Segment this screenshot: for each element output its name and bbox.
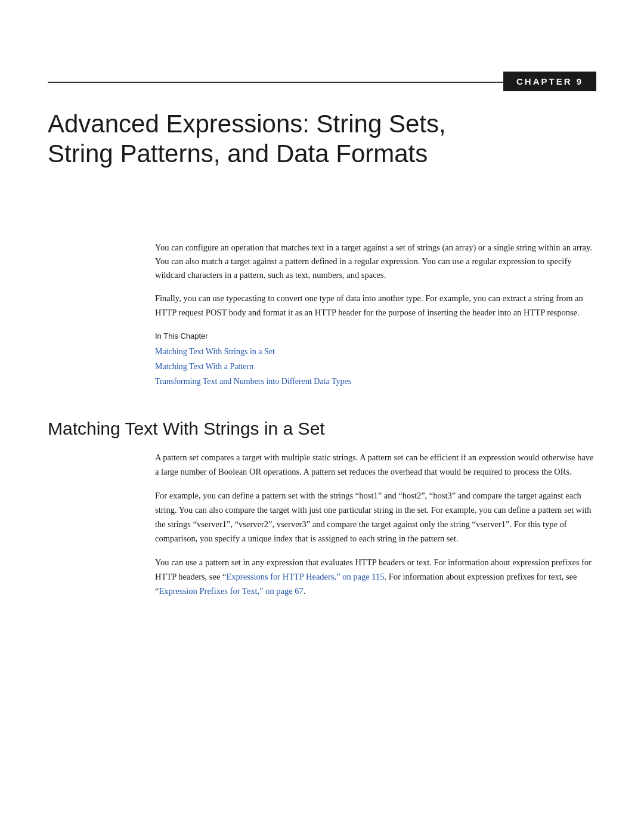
section1-para3-after-link2: .: [304, 586, 306, 596]
chapter-title-line1: Advanced Expressions: String Sets,: [48, 109, 596, 139]
intro-para2: Finally, you can use typecasting to conv…: [155, 292, 596, 319]
toc-link-strings[interactable]: Matching Text With Strings in a Set: [155, 344, 596, 359]
section1-heading: Matching Text With Strings in a Set: [48, 419, 596, 439]
in-this-chapter-label: In This Chapter: [155, 332, 596, 340]
toc-link-pattern[interactable]: Matching Text With a Pattern: [155, 359, 596, 374]
section1-para3: You can use a pattern set in any express…: [155, 556, 596, 599]
chapter-title: Advanced Expressions: String Sets, Strin…: [48, 109, 596, 169]
toc-link-transform[interactable]: Transforming Text and Numbers into Diffe…: [155, 374, 596, 389]
chapter-badge: Chapter 9: [503, 72, 596, 91]
section1-para1: A pattern set compares a target with mul…: [155, 451, 596, 479]
section1-para2: For example, you can define a pattern se…: [155, 489, 596, 546]
section1-link1[interactable]: Expressions for HTTP Headers,” on page 1…: [226, 572, 384, 581]
chapter-title-line2: String Patterns, and Data Formats: [48, 139, 596, 169]
intro-block: You can configure an operation that matc…: [155, 241, 596, 320]
section1-link2[interactable]: Expression Prefixes for Text,” on page 6…: [159, 586, 303, 596]
page-container: Chapter 9 Advanced Expressions: String S…: [0, 72, 644, 833]
chapter-header-area: Chapter 9: [0, 72, 596, 91]
chapter-badge-text: Chapter 9: [516, 76, 583, 86]
in-this-chapter: In This Chapter Matching Text With Strin…: [155, 332, 596, 389]
section1-body: A pattern set compares a target with mul…: [155, 451, 596, 598]
intro-para1: You can configure an operation that matc…: [155, 241, 596, 283]
